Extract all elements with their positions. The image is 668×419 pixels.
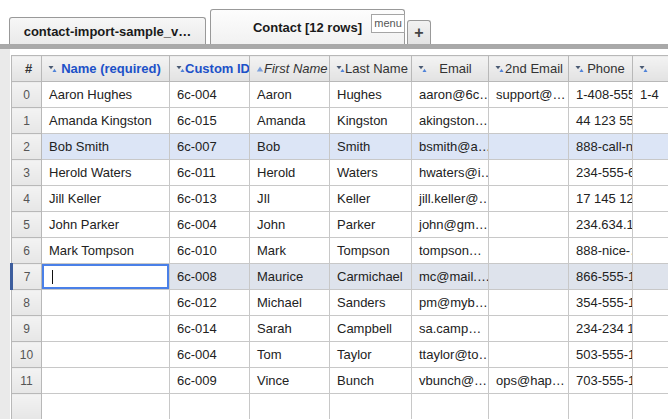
cell-last_name[interactable]: Carmichael — [330, 264, 412, 290]
cell-extra[interactable] — [633, 160, 668, 186]
cell-first_name[interactable]: Bob — [250, 134, 330, 160]
cell-custom_id[interactable]: 6c-011 — [170, 160, 250, 186]
tab-file[interactable]: contact-import-sample_v… — [9, 17, 206, 45]
cell-last_name[interactable]: Taylor — [330, 342, 412, 368]
cell-email[interactable]: vbunch@… — [412, 368, 489, 394]
column-header-name[interactable]: Name (required) — [42, 56, 170, 82]
cell-name[interactable] — [42, 290, 170, 316]
row-number[interactable]: 8 — [12, 290, 42, 316]
cell-extra[interactable] — [633, 186, 668, 212]
cell-second_email[interactable] — [489, 264, 569, 290]
cell-second_email[interactable] — [489, 160, 569, 186]
cell-extra[interactable] — [633, 212, 668, 238]
cell-first_name[interactable]: Aaron — [250, 82, 330, 108]
cell-first_name[interactable]: Sarah — [250, 316, 330, 342]
cell-phone[interactable]: 234.634.1… — [569, 212, 633, 238]
cell-email[interactable]: pm@myb… — [412, 290, 489, 316]
cell-first_name[interactable]: Mark — [250, 238, 330, 264]
cell-first_name[interactable]: Maurice — [250, 264, 330, 290]
cell-custom_id[interactable] — [170, 394, 250, 419]
cell-name[interactable] — [42, 316, 170, 342]
cell-email[interactable]: jill.keller@… — [412, 186, 489, 212]
cell-second_email[interactable] — [489, 108, 569, 134]
cell-last_name[interactable]: Keller — [330, 186, 412, 212]
cell-last_name[interactable]: Campbell — [330, 316, 412, 342]
column-header-extra[interactable] — [633, 56, 668, 82]
cell-email[interactable]: john@gm… — [412, 212, 489, 238]
cell-name[interactable]: Mark Tompson — [42, 238, 170, 264]
cell-second_email[interactable] — [489, 238, 569, 264]
cell-email[interactable]: mc@mail.… — [412, 264, 489, 290]
row-number[interactable]: 4 — [12, 186, 42, 212]
cell-second_email[interactable] — [489, 186, 569, 212]
cell-extra[interactable] — [633, 264, 668, 290]
column-header-first_name[interactable]: First Name — [250, 56, 330, 82]
cell-phone[interactable]: 1-408-555… — [569, 82, 633, 108]
cell-name[interactable]: Amanda Kingston — [42, 108, 170, 134]
cell-name[interactable]: John Parker — [42, 212, 170, 238]
cell-second_email[interactable] — [489, 316, 569, 342]
cell-first_name[interactable]: Tom — [250, 342, 330, 368]
column-header-custom_id[interactable]: Custom ID — [170, 56, 250, 82]
cell-custom_id[interactable]: 6c-012 — [170, 290, 250, 316]
cell-name[interactable] — [42, 264, 170, 290]
cell-email[interactable]: hwaters@i… — [412, 160, 489, 186]
cell-email[interactable]: sa.camp… — [412, 316, 489, 342]
cell-last_name[interactable]: Sanders — [330, 290, 412, 316]
cell-phone[interactable]: 703-555-1… — [569, 368, 633, 394]
cell-name[interactable] — [42, 394, 170, 419]
cell-custom_id[interactable]: 6c-013 — [170, 186, 250, 212]
cell-second_email[interactable] — [489, 394, 569, 419]
row-number[interactable]: 7 — [12, 264, 42, 290]
cell-extra[interactable] — [633, 290, 668, 316]
cell-extra[interactable]: 1-4 — [633, 82, 668, 108]
cell-last_name[interactable]: Bunch — [330, 368, 412, 394]
cell-first_name[interactable] — [250, 394, 330, 419]
cell-name[interactable]: Herold Waters — [42, 160, 170, 186]
row-number[interactable]: 0 — [12, 82, 42, 108]
cell-extra[interactable] — [633, 108, 668, 134]
column-header-email[interactable]: Email — [412, 56, 489, 82]
row-number[interactable]: 3 — [12, 160, 42, 186]
cell-first_name[interactable]: Herold — [250, 160, 330, 186]
cell-email[interactable]: ttaylor@to… — [412, 342, 489, 368]
column-header-second_email[interactable]: 2nd Email — [489, 56, 569, 82]
cell-second_email[interactable] — [489, 134, 569, 160]
cell-custom_id[interactable]: 6c-004 — [170, 212, 250, 238]
cell-first_name[interactable]: JIl — [250, 186, 330, 212]
cell-email[interactable]: akingston… — [412, 108, 489, 134]
cell-phone[interactable]: 234-234 1… — [569, 316, 633, 342]
cell-phone[interactable]: 503-555-1… — [569, 342, 633, 368]
cell-last_name[interactable]: Kingston — [330, 108, 412, 134]
cell-extra[interactable] — [633, 316, 668, 342]
cell-phone[interactable]: 234-555-6… — [569, 160, 633, 186]
cell-extra[interactable] — [633, 134, 668, 160]
column-header-num[interactable]: # — [12, 56, 42, 82]
cell-second_email[interactable]: ops@hap… — [489, 368, 569, 394]
cell-second_email[interactable]: support@… — [489, 82, 569, 108]
cell-email[interactable]: bsmith@a… — [412, 134, 489, 160]
cell-second_email[interactable] — [489, 212, 569, 238]
cell-custom_id[interactable]: 6c-010 — [170, 238, 250, 264]
cell-extra[interactable] — [633, 342, 668, 368]
cell-first_name[interactable]: Michael — [250, 290, 330, 316]
cell-custom_id[interactable]: 6c-015 — [170, 108, 250, 134]
column-header-phone[interactable]: Phone — [569, 56, 633, 82]
row-number[interactable] — [12, 394, 42, 419]
menu-button[interactable]: menu — [371, 14, 405, 33]
cell-email[interactable]: aaron@6c… — [412, 82, 489, 108]
cell-last_name[interactable]: Parker — [330, 212, 412, 238]
cell-phone[interactable]: 17 145 12… — [569, 186, 633, 212]
cell-first_name[interactable]: Vince — [250, 368, 330, 394]
row-number[interactable]: 9 — [12, 316, 42, 342]
cell-extra[interactable] — [633, 238, 668, 264]
cell-custom_id[interactable]: 6c-014 — [170, 316, 250, 342]
cell-email[interactable]: tompson… — [412, 238, 489, 264]
cell-last_name[interactable]: Waters — [330, 160, 412, 186]
cell-phone[interactable]: 354-555-1… — [569, 290, 633, 316]
cell-second_email[interactable] — [489, 290, 569, 316]
row-number[interactable]: 10 — [12, 342, 42, 368]
cell-name[interactable]: Jill Keller — [42, 186, 170, 212]
row-number[interactable]: 11 — [12, 368, 42, 394]
cell-phone[interactable]: 44 123 55… — [569, 108, 633, 134]
